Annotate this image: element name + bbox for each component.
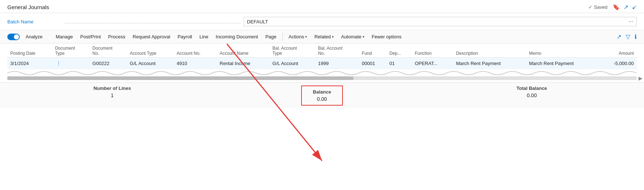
related-chevron: ▾ — [332, 35, 334, 39]
share-icon[interactable]: ↗ — [624, 4, 628, 11]
journal-table: Posting Date DocumentType DocumentNo. Ac… — [7, 43, 637, 69]
col-posting-date: Posting Date — [7, 43, 52, 58]
actions-button[interactable]: Actions ▾ — [285, 33, 311, 41]
saved-status: ✓ Saved — [588, 4, 607, 10]
check-icon: ✓ — [588, 4, 592, 10]
request-approval-button[interactable]: Request Approval — [129, 33, 174, 41]
num-lines-label: Number of Lines — [93, 86, 131, 91]
payroll-button[interactable]: Payroll — [174, 33, 196, 41]
col-description: Description — [453, 43, 526, 58]
total-balance-value: 0.00 — [527, 92, 537, 98]
cell-doc-type: ⋮ — [52, 58, 89, 69]
cell-account-type: G/L Account — [127, 58, 174, 69]
num-lines-value: 1 — [111, 92, 114, 98]
batch-more-button[interactable]: ··· — [629, 18, 633, 25]
footer-num-lines: Number of Lines 1 — [7, 86, 217, 106]
footer-total-balance: Total Balance 0.00 — [427, 86, 637, 106]
col-amount: Amount — [599, 43, 637, 58]
page-title: General Journals — [7, 4, 49, 10]
cell-amount: -5,000.00 — [599, 58, 637, 69]
cell-function: OPERAT... — [412, 58, 453, 69]
cell-doc-no: G00222 — [90, 58, 127, 69]
post-print-button[interactable]: Post/Print — [76, 33, 104, 41]
table-header-row: Posting Date DocumentType DocumentNo. Ac… — [7, 43, 637, 58]
toolbar: Analyze Manage Post/Print Process Reques… — [0, 30, 644, 43]
batch-dots-divider — [65, 20, 241, 23]
cell-posting-date: 3/1/2024 — [7, 58, 52, 69]
toggle-switch[interactable] — [7, 34, 20, 40]
journal-table-area: Posting Date DocumentType DocumentNo. Ac… — [0, 43, 644, 76]
horizontal-scrollbar[interactable]: ▶ — [7, 76, 637, 80]
balance-label: Balance — [313, 89, 331, 95]
batch-name-value: DEFAULT — [247, 19, 268, 24]
top-bar-right: ✓ Saved 🔖 ↗ ↙ — [588, 4, 637, 11]
batch-name-input[interactable]: DEFAULT ··· — [244, 17, 637, 26]
page-button[interactable]: Page — [262, 33, 280, 41]
cell-account-no: 4910 — [174, 58, 217, 69]
minimize-icon[interactable]: ↙ — [632, 4, 637, 11]
automate-button[interactable]: Automate ▾ — [337, 33, 368, 41]
col-account-type: Account Type — [127, 43, 174, 58]
process-button[interactable]: Process — [105, 33, 129, 41]
batch-name-row: Batch Name DEFAULT ··· — [0, 13, 644, 30]
toolbar-right-icons: ↗ ▽ ℹ — [617, 33, 637, 40]
col-function: Function — [412, 43, 453, 58]
total-balance-label: Total Balance — [517, 86, 547, 91]
col-memo: Memo — [526, 43, 599, 58]
col-bal-account-type: Bal. AccountType — [270, 43, 315, 58]
col-doc-no: DocumentNo. — [90, 43, 127, 58]
footer-summary: Number of Lines 1 Balance 0.00 Total Bal… — [0, 82, 644, 108]
table-row: 3/1/2024 ⋮ G00222 G/L Account 4910 Renta… — [7, 58, 637, 69]
line-button[interactable]: Line — [196, 33, 212, 41]
col-account-no: Account No. — [174, 43, 217, 58]
cell-description: March Rent Payment — [453, 58, 526, 69]
col-fund: Fund — [359, 43, 386, 58]
automate-chevron: ▾ — [363, 35, 364, 39]
manage-button[interactable]: Manage — [52, 33, 76, 41]
fewer-options-button[interactable]: Fewer options — [368, 33, 405, 41]
batch-name-label: Batch Name — [7, 19, 62, 24]
cell-bal-account-type: G/L Account — [270, 58, 315, 69]
toolbar-info-icon[interactable]: ℹ — [634, 33, 637, 40]
cell-memo: March Rent Payment — [526, 58, 599, 69]
cell-bal-account-no: 1999 — [315, 58, 359, 69]
related-button[interactable]: Related ▾ — [311, 33, 337, 41]
col-account-name: Account Name — [217, 43, 269, 58]
toolbar-share-icon[interactable]: ↗ — [617, 33, 621, 40]
incoming-document-button[interactable]: Incoming Document — [212, 33, 262, 41]
analyze-toggle[interactable]: Analyze — [7, 33, 46, 41]
col-dep: Dep... — [386, 43, 412, 58]
bookmark-icon[interactable]: 🔖 — [613, 4, 620, 11]
toolbar-filter-icon[interactable]: ▽ — [626, 33, 630, 40]
footer-balance: Balance 0.00 — [217, 86, 427, 106]
analyze-button[interactable]: Analyze — [22, 33, 46, 41]
top-bar-icons: 🔖 ↗ ↙ — [613, 4, 637, 11]
col-bal-account-no: Bal. AccountNo. — [315, 43, 359, 58]
wavy-divider — [7, 70, 637, 76]
actions-chevron: ▾ — [305, 35, 307, 39]
col-doc-type: DocumentType — [52, 43, 89, 58]
toolbar-separator — [282, 33, 283, 41]
balance-value: 0.00 — [317, 96, 327, 102]
top-bar: General Journals ✓ Saved 🔖 ↗ ↙ — [0, 0, 644, 13]
cell-account-name: Rental Income — [217, 58, 269, 69]
balance-box: Balance 0.00 — [301, 86, 343, 106]
row-context-menu-button[interactable]: ⋮ — [55, 60, 62, 67]
scroll-right-arrow[interactable]: ▶ — [639, 75, 643, 81]
cell-fund: 00001 — [359, 58, 386, 69]
cell-dep: 01 — [386, 58, 412, 69]
